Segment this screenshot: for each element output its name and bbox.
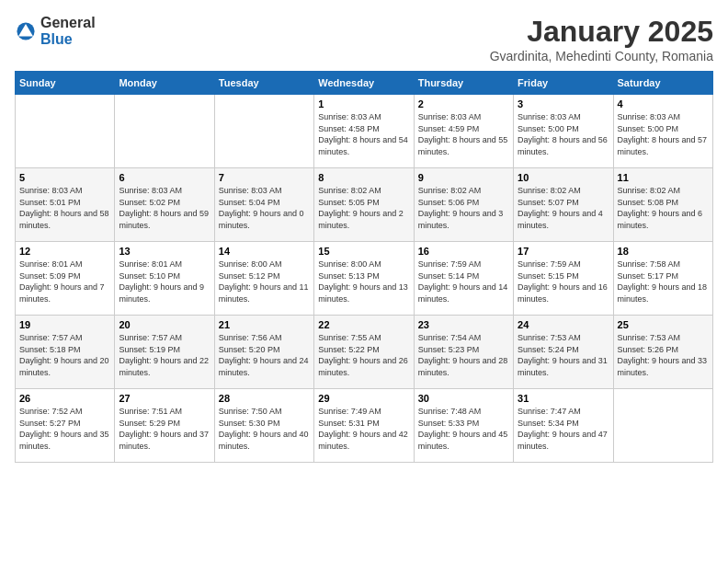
calendar-cell: 20Sunrise: 7:57 AM Sunset: 5:19 PM Dayli… [115, 316, 214, 389]
logo-blue-text: Blue [40, 31, 73, 47]
calendar-cell [115, 95, 214, 168]
calendar-subtitle: Gvardinita, Mehedinti County, Romania [490, 49, 713, 63]
calendar-cell: 27Sunrise: 7:51 AM Sunset: 5:29 PM Dayli… [115, 389, 214, 463]
calendar-cell [214, 95, 313, 168]
day-number: 23 [418, 319, 509, 330]
day-info: Sunrise: 7:52 AM Sunset: 5:27 PM Dayligh… [19, 406, 110, 452]
calendar-cell: 30Sunrise: 7:48 AM Sunset: 5:33 PM Dayli… [414, 389, 513, 463]
weekday-header-wednesday: Wednesday [314, 72, 414, 95]
day-info: Sunrise: 7:57 AM Sunset: 5:18 PM Dayligh… [19, 332, 110, 378]
calendar-cell: 18Sunrise: 7:58 AM Sunset: 5:17 PM Dayli… [613, 242, 712, 316]
day-info: Sunrise: 7:55 AM Sunset: 5:22 PM Dayligh… [318, 332, 409, 378]
calendar-week-row: 26Sunrise: 7:52 AM Sunset: 5:27 PM Dayli… [16, 389, 713, 463]
day-number: 19 [19, 319, 110, 330]
calendar-cell: 22Sunrise: 7:55 AM Sunset: 5:22 PM Dayli… [314, 316, 414, 389]
calendar-cell: 1Sunrise: 8:03 AM Sunset: 4:58 PM Daylig… [314, 95, 414, 168]
calendar-cell: 13Sunrise: 8:01 AM Sunset: 5:10 PM Dayli… [115, 242, 214, 316]
day-number: 5 [19, 172, 110, 183]
calendar-week-row: 19Sunrise: 7:57 AM Sunset: 5:18 PM Dayli… [16, 316, 713, 389]
day-info: Sunrise: 8:03 AM Sunset: 5:00 PM Dayligh… [518, 111, 609, 157]
logo: General Blue [15, 15, 96, 48]
day-info: Sunrise: 7:54 AM Sunset: 5:23 PM Dayligh… [418, 332, 509, 378]
day-info: Sunrise: 8:03 AM Sunset: 5:04 PM Dayligh… [219, 185, 310, 231]
day-info: Sunrise: 7:59 AM Sunset: 5:14 PM Dayligh… [418, 259, 509, 304]
calendar-cell: 12Sunrise: 8:01 AM Sunset: 5:09 PM Dayli… [16, 242, 115, 316]
calendar-cell: 16Sunrise: 7:59 AM Sunset: 5:14 PM Dayli… [414, 242, 513, 316]
calendar-cell [613, 389, 712, 463]
logo-icon [15, 20, 37, 42]
day-number: 29 [318, 393, 409, 404]
weekday-header-saturday: Saturday [613, 72, 712, 95]
day-number: 16 [418, 246, 509, 257]
calendar-cell: 29Sunrise: 7:49 AM Sunset: 5:31 PM Dayli… [314, 389, 414, 463]
day-info: Sunrise: 7:53 AM Sunset: 5:24 PM Dayligh… [518, 332, 609, 378]
day-info: Sunrise: 8:01 AM Sunset: 5:09 PM Dayligh… [19, 259, 110, 304]
day-info: Sunrise: 7:57 AM Sunset: 5:19 PM Dayligh… [119, 332, 210, 378]
day-number: 17 [518, 246, 609, 257]
day-number: 11 [618, 172, 709, 183]
day-number: 10 [518, 172, 609, 183]
weekday-header-monday: Monday [115, 72, 214, 95]
day-number: 20 [119, 319, 210, 330]
calendar-cell: 4Sunrise: 8:03 AM Sunset: 5:00 PM Daylig… [613, 95, 712, 168]
calendar-cell: 7Sunrise: 8:03 AM Sunset: 5:04 PM Daylig… [214, 168, 313, 242]
day-info: Sunrise: 8:00 AM Sunset: 5:13 PM Dayligh… [318, 259, 409, 304]
day-info: Sunrise: 8:02 AM Sunset: 5:08 PM Dayligh… [618, 185, 709, 231]
day-number: 24 [518, 319, 609, 330]
day-info: Sunrise: 7:51 AM Sunset: 5:29 PM Dayligh… [119, 406, 210, 452]
day-number: 3 [518, 98, 609, 109]
calendar-cell: 26Sunrise: 7:52 AM Sunset: 5:27 PM Dayli… [16, 389, 115, 463]
calendar-cell: 11Sunrise: 8:02 AM Sunset: 5:08 PM Dayli… [613, 168, 712, 242]
day-number: 2 [418, 98, 509, 109]
calendar-cell: 14Sunrise: 8:00 AM Sunset: 5:12 PM Dayli… [214, 242, 313, 316]
day-number: 22 [318, 319, 409, 330]
day-info: Sunrise: 7:58 AM Sunset: 5:17 PM Dayligh… [618, 259, 709, 304]
day-number: 31 [518, 393, 609, 404]
day-info: Sunrise: 8:03 AM Sunset: 5:02 PM Dayligh… [119, 185, 210, 231]
day-number: 27 [119, 393, 210, 404]
calendar-cell: 10Sunrise: 8:02 AM Sunset: 5:07 PM Dayli… [514, 168, 613, 242]
calendar-title: January 2025 [490, 15, 713, 49]
day-info: Sunrise: 7:53 AM Sunset: 5:26 PM Dayligh… [618, 332, 709, 378]
day-info: Sunrise: 8:03 AM Sunset: 5:01 PM Dayligh… [19, 185, 110, 231]
calendar-cell: 28Sunrise: 7:50 AM Sunset: 5:30 PM Dayli… [214, 389, 313, 463]
calendar-table: SundayMondayTuesdayWednesdayThursdayFrid… [15, 71, 713, 463]
day-info: Sunrise: 8:01 AM Sunset: 5:10 PM Dayligh… [119, 259, 210, 304]
calendar-cell: 8Sunrise: 8:02 AM Sunset: 5:05 PM Daylig… [314, 168, 414, 242]
day-info: Sunrise: 7:50 AM Sunset: 5:30 PM Dayligh… [219, 406, 310, 452]
day-number: 4 [618, 98, 709, 109]
day-info: Sunrise: 8:03 AM Sunset: 5:00 PM Dayligh… [618, 111, 709, 157]
weekday-header-friday: Friday [514, 72, 613, 95]
day-info: Sunrise: 8:02 AM Sunset: 5:06 PM Dayligh… [418, 185, 509, 231]
calendar-cell: 3Sunrise: 8:03 AM Sunset: 5:00 PM Daylig… [514, 95, 613, 168]
weekday-header-thursday: Thursday [414, 72, 513, 95]
day-number: 14 [219, 246, 310, 257]
day-number: 21 [219, 319, 310, 330]
day-number: 26 [19, 393, 110, 404]
calendar-cell: 24Sunrise: 7:53 AM Sunset: 5:24 PM Dayli… [514, 316, 613, 389]
calendar-week-row: 1Sunrise: 8:03 AM Sunset: 4:58 PM Daylig… [16, 95, 713, 168]
day-info: Sunrise: 7:48 AM Sunset: 5:33 PM Dayligh… [418, 406, 509, 452]
weekday-header-row: SundayMondayTuesdayWednesdayThursdayFrid… [16, 72, 713, 95]
title-section: January 2025 Gvardinita, Mehedinti Count… [490, 15, 713, 63]
calendar-cell: 17Sunrise: 7:59 AM Sunset: 5:15 PM Dayli… [514, 242, 613, 316]
day-info: Sunrise: 8:03 AM Sunset: 4:59 PM Dayligh… [418, 111, 509, 157]
day-number: 12 [19, 246, 110, 257]
calendar-cell [16, 95, 115, 168]
day-number: 1 [318, 98, 409, 109]
day-info: Sunrise: 7:47 AM Sunset: 5:34 PM Dayligh… [518, 406, 609, 452]
day-number: 13 [119, 246, 210, 257]
day-number: 7 [219, 172, 310, 183]
day-number: 28 [219, 393, 310, 404]
weekday-header-sunday: Sunday [16, 72, 115, 95]
day-number: 30 [418, 393, 509, 404]
day-number: 8 [318, 172, 409, 183]
calendar-cell: 2Sunrise: 8:03 AM Sunset: 4:59 PM Daylig… [414, 95, 513, 168]
calendar-cell: 23Sunrise: 7:54 AM Sunset: 5:23 PM Dayli… [414, 316, 513, 389]
day-number: 15 [318, 246, 409, 257]
day-number: 9 [418, 172, 509, 183]
day-info: Sunrise: 8:00 AM Sunset: 5:12 PM Dayligh… [219, 259, 310, 304]
page-header: General Blue January 2025 Gvardinita, Me… [15, 15, 713, 63]
calendar-cell: 25Sunrise: 7:53 AM Sunset: 5:26 PM Dayli… [613, 316, 712, 389]
calendar-cell: 19Sunrise: 7:57 AM Sunset: 5:18 PM Dayli… [16, 316, 115, 389]
